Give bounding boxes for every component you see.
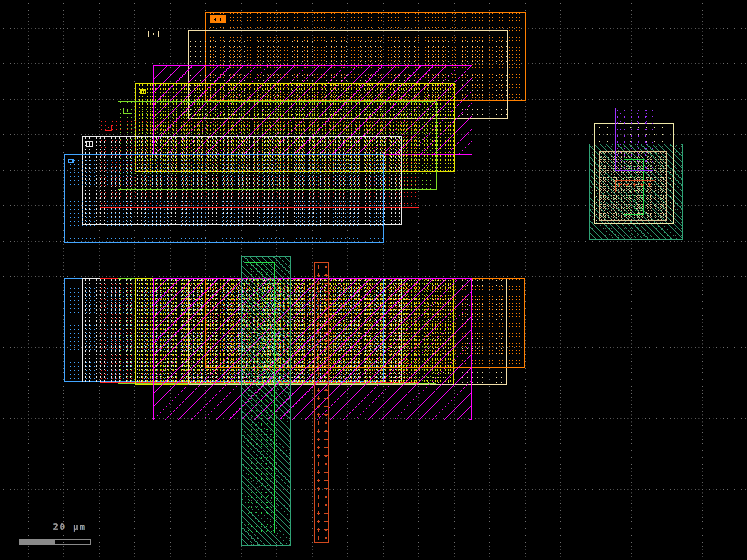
- white-layer-marker-icon: [86, 141, 93, 147]
- strip-shape-green2[interactable]: [245, 262, 275, 533]
- cream-layer-marker-icon: [148, 31, 159, 37]
- top-cluster-shape-blue[interactable]: [64, 154, 384, 243]
- yellow-layer-marker-icon: [140, 89, 146, 94]
- strip-shape-redplus[interactable]: [314, 262, 329, 543]
- green-layer-marker-icon: [123, 108, 131, 114]
- right-structure-shape-redplus[interactable]: [615, 180, 655, 192]
- right-structure-shape-purple[interactable]: [615, 108, 653, 171]
- bottom-cluster-shape-magenta[interactable]: [153, 278, 472, 420]
- scalebar-label: 20 µm: [53, 522, 86, 532]
- scalebar: [19, 539, 91, 545]
- layout-canvas[interactable]: 20 µm: [0, 0, 747, 560]
- blue-layer-marker-icon: [68, 159, 74, 163]
- red-layer-marker-icon: [105, 125, 112, 131]
- orange-layer-marker-icon: [210, 15, 226, 23]
